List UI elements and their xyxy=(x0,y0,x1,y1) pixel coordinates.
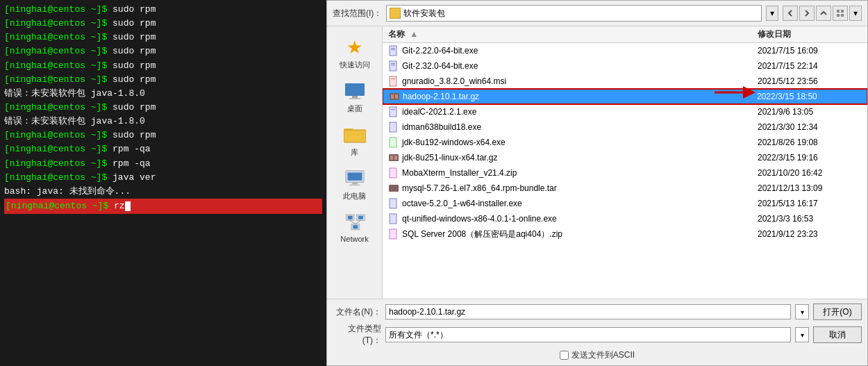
terminal-line: [ninghai@centos ~]$ sudo rpm xyxy=(4,128,322,142)
svg-rect-5 xyxy=(352,96,358,98)
terminal-line: [ninghai@centos ~]$ sudo rpm xyxy=(4,101,322,115)
folder-icon xyxy=(344,124,366,146)
terminal-line: bash: java: 未找到命令... xyxy=(4,185,322,199)
svg-rect-30 xyxy=(390,76,397,86)
ascii-checkbox[interactable] xyxy=(560,351,569,360)
svg-rect-28 xyxy=(391,63,395,64)
file-icon xyxy=(388,228,399,240)
svg-rect-26 xyxy=(391,49,395,50)
view-button[interactable] xyxy=(833,6,848,21)
back-icon xyxy=(786,9,794,17)
file-icon xyxy=(388,137,399,148)
svg-rect-1 xyxy=(841,10,844,13)
svg-rect-17 xyxy=(358,216,363,219)
svg-rect-12 xyxy=(352,183,358,185)
svg-rect-42 xyxy=(390,168,397,178)
file-icon xyxy=(388,106,399,117)
svg-rect-24 xyxy=(390,46,397,56)
desktop-icon xyxy=(344,80,366,102)
sidebar-item-network[interactable]: Network xyxy=(330,207,380,247)
forward-button[interactable] xyxy=(799,6,815,21)
file-icon xyxy=(388,198,399,209)
toolbar-buttons: ▾ xyxy=(783,6,862,21)
file-row[interactable]: jdk-8u192-windows-x64.exe 2021/8/26 19:0… xyxy=(383,135,867,150)
filetype-dropdown[interactable]: ▾ xyxy=(795,327,809,342)
search-range-label: 查找范围(I)： xyxy=(333,8,382,19)
svg-rect-19 xyxy=(353,225,358,228)
svg-rect-35 xyxy=(390,107,397,117)
svg-rect-27 xyxy=(390,61,397,71)
svg-rect-2 xyxy=(837,14,840,17)
svg-rect-25 xyxy=(391,48,395,49)
forward-icon xyxy=(803,9,811,17)
sidebar-item-label: Network xyxy=(340,235,368,243)
svg-rect-36 xyxy=(391,109,395,110)
file-row[interactable]: jdk-8u251-linux-x64.tar.gz 2022/3/15 19:… xyxy=(383,150,867,165)
svg-rect-13 xyxy=(349,184,360,185)
file-row[interactable]: octave-5.2.0_1-w64-installer.exe 2021/5/… xyxy=(383,196,867,211)
sidebar-item-label: 库 xyxy=(351,147,358,158)
view-dropdown[interactable]: ▾ xyxy=(849,6,862,21)
terminal-input-line[interactable]: [ninghai@centos ~]$ rz xyxy=(4,199,322,214)
filelist-scroll[interactable]: Git-2.22.0-64-bit.exe 2021/7/15 16:09 Gi… xyxy=(383,43,867,299)
svg-rect-9 xyxy=(344,130,366,142)
terminal-line: 错误：未安装软件包 java-1.8.0 xyxy=(4,115,322,128)
back-button[interactable] xyxy=(783,6,798,21)
file-row[interactable]: mysql-5.7.26-1.el7.x86_64.rpm-bundle.tar… xyxy=(383,181,867,196)
file-icon xyxy=(388,183,399,194)
file-row[interactable]: MobaXterm_Installer_v21.4.zip 2021/10/20… xyxy=(383,165,867,181)
svg-rect-15 xyxy=(347,216,352,219)
folder-icon xyxy=(390,8,401,19)
file-icon xyxy=(388,152,399,163)
dialog-toolbar: 查找范围(I)： 软件安装包 ▾ xyxy=(327,1,867,26)
file-row[interactable]: Git-2.32.0-64-bit.exe 2021/7/15 22:14 xyxy=(383,58,867,74)
file-row[interactable]: idman638build18.exe 2021/3/30 12:34 xyxy=(383,119,867,135)
sidebar-item-quickaccess[interactable]: ★ 快速访问 xyxy=(330,32,380,74)
open-button[interactable]: 打开(O) xyxy=(813,303,862,320)
svg-rect-29 xyxy=(391,65,395,65)
terminal-panel: [ninghai@centos ~]$ sudo rpm [ninghai@ce… xyxy=(0,0,326,366)
svg-rect-43 xyxy=(389,185,399,192)
sidebar-item-label: 桌面 xyxy=(347,103,362,114)
sidebar-item-computer[interactable]: 此电脑 xyxy=(330,163,380,206)
filetype-input[interactable] xyxy=(385,327,791,342)
cursor-block xyxy=(125,201,131,211)
terminal-line: [ninghai@centos ~]$ sudo rpm xyxy=(4,44,322,58)
path-display: 软件安装包 xyxy=(386,5,762,22)
filename-label: 文件名(N)： xyxy=(333,306,381,318)
column-name: 名称 ▲ xyxy=(388,28,758,40)
svg-rect-31 xyxy=(391,78,395,79)
checkbox-row: 发送文件到ASCII xyxy=(333,349,862,361)
svg-rect-45 xyxy=(390,214,397,224)
sidebar-item-label: 快速访问 xyxy=(340,60,370,70)
file-icon xyxy=(388,60,399,72)
svg-line-20 xyxy=(350,220,356,224)
file-icon xyxy=(388,213,399,224)
dialog-body: ★ 快速访问 桌面 xyxy=(327,26,867,299)
svg-rect-11 xyxy=(347,173,362,181)
cancel-button[interactable]: 取消 xyxy=(813,326,862,343)
svg-rect-33 xyxy=(391,94,394,99)
file-row[interactable]: Git-2.22.0-64-bit.exe 2021/7/15 16:09 xyxy=(383,43,867,58)
sidebar-item-library[interactable]: 库 xyxy=(330,119,380,162)
terminal-line: [ninghai@centos ~]$ rpm -qa xyxy=(4,142,322,156)
filename-input[interactable] xyxy=(385,304,791,319)
svg-rect-37 xyxy=(390,122,397,132)
computer-icon xyxy=(344,167,366,190)
terminal-line: [ninghai@centos ~]$ sudo rpm xyxy=(4,59,322,73)
file-row[interactable]: qt-unified-windows-x86-4.0.1-1-online.ex… xyxy=(383,211,867,226)
filename-dropdown[interactable]: ▾ xyxy=(795,304,809,319)
file-row[interactable]: SQL Server 2008（解压密码是aqi404）.zip 2021/9/… xyxy=(383,226,867,242)
path-dropdown[interactable]: ▾ xyxy=(766,6,778,21)
sidebar-item-desktop[interactable]: 桌面 xyxy=(330,76,380,118)
file-icon xyxy=(388,167,399,178)
filetype-label: 文件类型(T)： xyxy=(333,323,381,347)
up-button[interactable] xyxy=(816,6,831,21)
file-icon xyxy=(388,122,399,133)
terminal-line: [ninghai@centos ~]$ sudo rpm xyxy=(4,73,322,87)
svg-rect-4 xyxy=(345,83,365,96)
file-row-selected[interactable]: hadoop-2.10.1.tar.gz 2022/3/15 18:50 xyxy=(383,89,867,104)
star-icon: ★ xyxy=(344,36,366,58)
file-row[interactable]: gnuradio_3.8.2.0_win64.msi 2021/5/12 23:… xyxy=(383,74,867,89)
file-row[interactable]: idealC-2021.2.1.exe 2021/9/6 13:05 xyxy=(383,104,867,119)
